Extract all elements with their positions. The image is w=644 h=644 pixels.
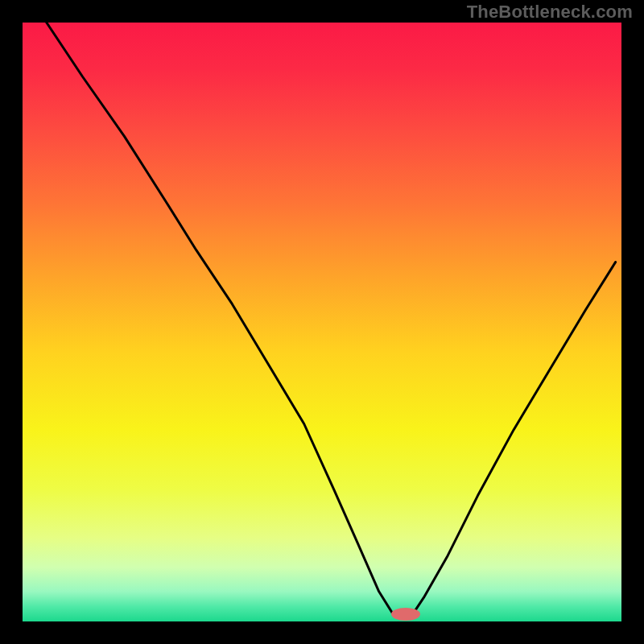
- watermark-text: TheBottleneck.com: [467, 2, 633, 23]
- plot-area: [23, 23, 621, 621]
- chart-frame: TheBottleneck.com: [0, 0, 644, 644]
- gradient-background: [23, 23, 621, 621]
- plot-svg: [23, 23, 621, 621]
- optimal-point-marker: [391, 608, 420, 621]
